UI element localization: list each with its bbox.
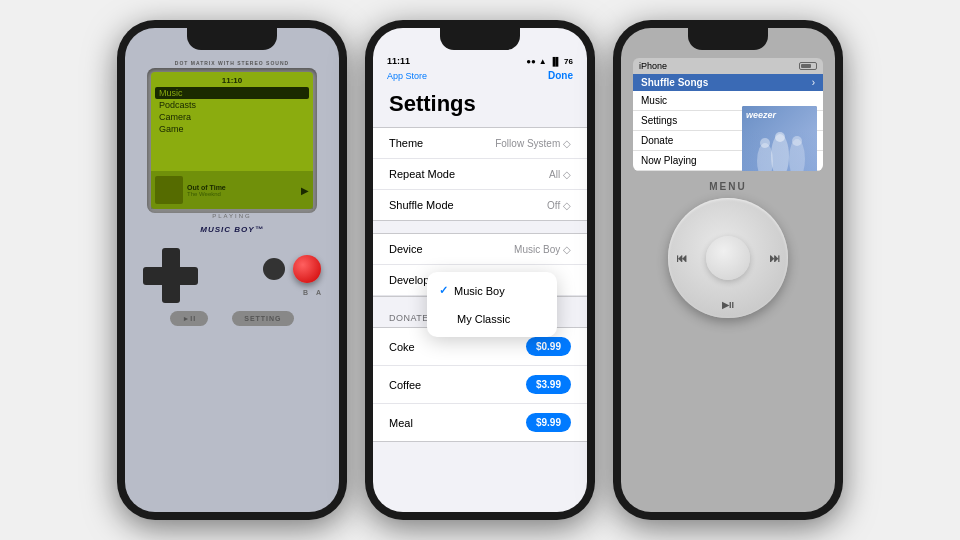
musicboy-menu: Music Podcasts Camera Game [155, 87, 309, 135]
musicboy-track-name: Out of Time [187, 184, 297, 191]
musicboy-track-artist: The Weeknd [187, 191, 297, 197]
musicboy-btn-red-1[interactable] [293, 255, 321, 283]
musicboy-playing-label: PLAYING [212, 213, 252, 219]
settings-row-repeat[interactable]: Repeat Mode All ◇ [373, 159, 587, 190]
coke-price-btn[interactable]: $0.99 [526, 337, 571, 356]
device-label: Device [389, 243, 423, 255]
settings-content: Settings Theme Follow System ◇ Repeat Mo… [373, 87, 587, 512]
donate-row-coffee[interactable]: Coffee $3.99 [373, 366, 587, 404]
app-store-back-link[interactable]: App Store [387, 71, 427, 81]
ipod-battery [799, 62, 817, 70]
device-dropdown: ✓ Music Boy My Classic [427, 272, 557, 337]
ipod-click-wheel[interactable]: ⏮ ⏭ ▶II [668, 198, 788, 318]
ipod-menu-label[interactable]: MENU [709, 181, 746, 192]
ipod-album-art-inner: weezer [742, 106, 817, 171]
shuffle-value: Off ◇ [547, 200, 571, 211]
ipod-screen-header: iPhone [633, 58, 823, 74]
musicboy-dpad[interactable] [143, 248, 198, 303]
musicboy-btn-small-1[interactable] [263, 258, 285, 280]
musicboy-menu-item-game[interactable]: Game [155, 123, 309, 135]
check-icon: ✓ [439, 284, 448, 297]
musicboy-time: 11:10 [155, 76, 309, 85]
musicboy-btn-row [263, 255, 321, 283]
shuffle-label: Shuffle Mode [389, 199, 454, 211]
svg-point-4 [775, 132, 785, 142]
ipod-wheel-area: MENU ⏮ ⏭ ▶II [633, 181, 823, 318]
settings-row-theme[interactable]: Theme Follow System ◇ [373, 128, 587, 159]
ipod-shuffle-songs: Shuffle Songs [641, 77, 708, 88]
battery-percent: 76 [564, 57, 573, 66]
musicboy-menu-item-camera[interactable]: Camera [155, 111, 309, 123]
done-button[interactable]: Done [548, 70, 573, 81]
ipod-battery-fill [801, 64, 811, 68]
ipod-play-icon[interactable]: ▶II [722, 300, 734, 310]
musicboy-menu-item-music[interactable]: Music [155, 87, 309, 99]
dropdown-music-boy-label: Music Boy [454, 285, 505, 297]
musicboy-album-art [155, 176, 183, 204]
musicboy-notch [187, 28, 277, 50]
musicboy-top-label: DOT MATRIX WITH STEREO SOUND [175, 60, 289, 66]
meal-price-btn[interactable]: $9.99 [526, 413, 571, 432]
svg-point-5 [792, 136, 802, 146]
settings-device-section: Device Music Boy ◇ Developer ✓ Music Boy [373, 233, 587, 297]
musicboy-ab-buttons: B A [263, 255, 321, 296]
musicboy-body: DOT MATRIX WITH STEREO SOUND 11:10 Music… [125, 28, 339, 512]
settings-row-device[interactable]: Device Music Boy ◇ [373, 234, 587, 265]
repeat-label: Repeat Mode [389, 168, 455, 180]
svg-point-3 [760, 138, 770, 148]
weezer-artist-label: weezer [746, 110, 776, 120]
ipod-screen-body: Shuffle Songs › Music Settings Donate No… [633, 74, 823, 171]
ipod-album-art: weezer [742, 106, 817, 171]
settings-notch [440, 28, 520, 50]
musicboy-play-pause-btn[interactable]: ►II [170, 311, 208, 326]
btn-b-label: B [303, 289, 308, 296]
repeat-value: All ◇ [549, 169, 571, 180]
status-icons: ●● ▲ ▐▌ 76 [526, 57, 573, 66]
musicboy-btn-row-2: B A [303, 289, 321, 296]
band-svg [745, 131, 815, 171]
signal-icon: ●● [526, 57, 536, 66]
musicboy-screen: 11:10 Music Podcasts Camera Game Out of … [151, 72, 313, 209]
ipod-menu-row[interactable]: Shuffle Songs › [633, 74, 823, 91]
ipod-next-icon[interactable]: ⏭ [769, 252, 780, 264]
ipod-battery-bar [799, 62, 817, 70]
musicboy-play-icon[interactable]: ▶ [301, 185, 309, 196]
dropdown-music-boy[interactable]: ✓ Music Boy [427, 276, 557, 305]
ipod-wheel-center[interactable] [706, 236, 750, 280]
theme-value: Follow System ◇ [495, 138, 571, 149]
musicboy-menu-item-podcasts[interactable]: Podcasts [155, 99, 309, 111]
coffee-label: Coffee [389, 379, 421, 391]
settings-nav-bar: App Store Done [373, 68, 587, 87]
musicboy-controls: B A [133, 248, 331, 303]
settings-title: Settings [373, 87, 587, 127]
settings-device: 11:11 ●● ▲ ▐▌ 76 App Store Done Settings… [365, 20, 595, 520]
musicboy-now-playing-bar: Out of Time The Weeknd ▶ [151, 171, 313, 209]
musicboy-screen-border: 11:10 Music Podcasts Camera Game Out of … [147, 68, 317, 213]
ipod-screen-container: iPhone Shuffle Songs › Mus [633, 58, 823, 171]
settings-body: 11:11 ●● ▲ ▐▌ 76 App Store Done Settings… [373, 28, 587, 512]
ipod-device: iPhone Shuffle Songs › Mus [613, 20, 843, 520]
ipod-prev-icon[interactable]: ⏮ [676, 252, 687, 264]
meal-label: Meal [389, 417, 413, 429]
settings-time: 11:11 [387, 56, 410, 66]
ipod-device-name: iPhone [639, 61, 667, 71]
donate-row-meal[interactable]: Meal $9.99 [373, 404, 587, 441]
coffee-price-btn[interactable]: $3.99 [526, 375, 571, 394]
ipod-body: iPhone Shuffle Songs › Mus [621, 28, 835, 512]
btn-a-label: A [316, 289, 321, 296]
musicboy-device: DOT MATRIX WITH STEREO SOUND 11:10 Music… [117, 20, 347, 520]
musicboy-bottom-buttons: ►II SETTING [170, 311, 293, 326]
settings-status-bar: 11:11 ●● ▲ ▐▌ 76 [373, 50, 587, 68]
dpad-vertical [162, 248, 180, 303]
settings-row-shuffle[interactable]: Shuffle Mode Off ◇ [373, 190, 587, 220]
device-value: Music Boy ◇ [514, 244, 571, 255]
wifi-icon: ▲ [539, 57, 547, 66]
ipod-menu-arrow: › [812, 77, 815, 88]
ipod-notch [688, 28, 768, 50]
donate-section: Coke $0.99 Coffee $3.99 Meal $9.99 [373, 327, 587, 442]
musicboy-track-info: Out of Time The Weeknd [187, 184, 297, 197]
dropdown-my-classic-label: My Classic [457, 313, 510, 325]
dropdown-my-classic[interactable]: My Classic [427, 305, 557, 333]
settings-main-section: Theme Follow System ◇ Repeat Mode All ◇ … [373, 127, 587, 221]
musicboy-setting-btn[interactable]: SETTING [232, 311, 293, 326]
